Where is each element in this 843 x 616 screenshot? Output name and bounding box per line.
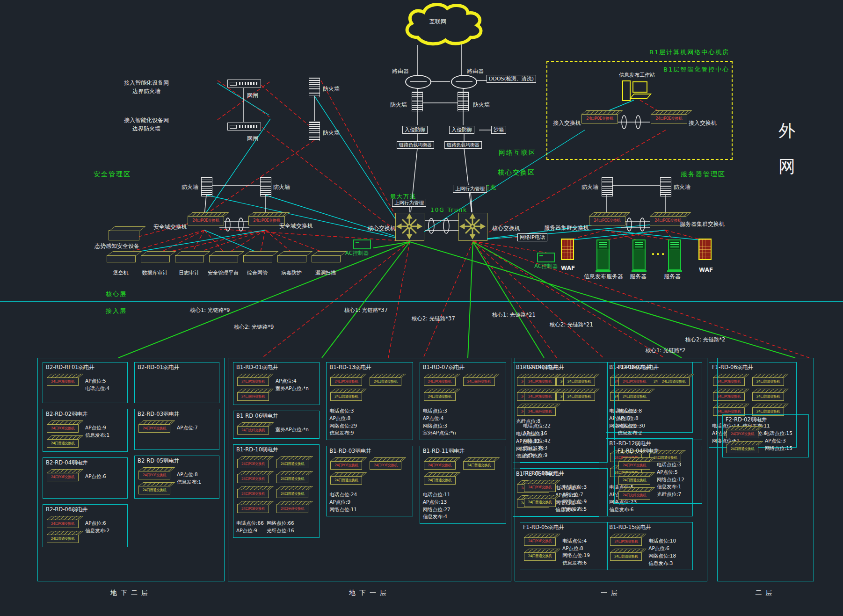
stat-line: 网络点位:11 xyxy=(329,506,357,514)
well-box: B1-RD-10弱电井24口POE交换机24口POE交换机24口POE交换机24… xyxy=(233,444,320,538)
switch-stack: 24口POE交换机 xyxy=(46,372,82,387)
stat-line: 网络点位:30 xyxy=(618,422,645,430)
poe-switch: 24口POE交换机 xyxy=(524,392,556,401)
poe-switch: 24口POE交换机 xyxy=(370,461,401,470)
switch-label: 24口POE交换机 xyxy=(51,379,74,384)
zone-label-core-switching: 核心交换区 xyxy=(498,168,535,177)
b1-control-center-title: B1层智能化管控中心 xyxy=(663,65,729,74)
firewall-icon xyxy=(201,177,212,196)
well-body: 24口光纤交换机室外AP点位:*n xyxy=(236,420,316,435)
switch-label: 24口POE交换机 xyxy=(528,539,552,544)
stat-line: 信息发布:9 xyxy=(329,429,357,437)
well-title: B2-RD-03弱电井 xyxy=(138,411,216,418)
switch-label: 24口POE交换机 xyxy=(192,218,219,224)
ac-controller-icon xyxy=(537,253,555,262)
stat-line: 电话点位:22 xyxy=(523,422,551,430)
ips-box: 入侵防御 xyxy=(402,126,428,134)
well-stats: AP点位:7 xyxy=(177,424,198,432)
poe-switch: 24口POE交换机 xyxy=(138,424,170,433)
poe-switch: 24口POE交换机 xyxy=(237,474,269,483)
well-stats: 电话点位:8AP点位:8网络点位:30信息发布:2 xyxy=(618,407,645,437)
switch-label: 24口普通交换机 xyxy=(623,478,647,483)
switch-stack: 24口光纤交换机 xyxy=(236,420,273,435)
switch-stack: 24口POE交换机24口光纤交换机 xyxy=(236,372,273,402)
switch-stack: 24口POE交换机24口POE交换机24口光纤交换机 xyxy=(523,372,560,417)
well-stats: 室外AP点位:*n xyxy=(276,426,309,434)
core-switch-label: 核心交换机 xyxy=(492,225,520,232)
switch-label: 24口普通交换机 xyxy=(51,441,75,446)
well-body: 24口POE交换机24口普通交换机AP点位:8信息发布:1 xyxy=(138,465,216,495)
well-title: B1-RD-03弱电井 xyxy=(329,448,409,455)
server-label: 信息发布服务器 xyxy=(584,273,623,281)
network-gap-label: 网闸 xyxy=(247,135,258,143)
normal-switch: 24口普通交换机 xyxy=(563,392,595,401)
switch-stack: 24口POE交换机24口普通交换机 xyxy=(46,514,82,544)
well-body: 24口POE交换机24口普通交换机24口普通交换机电话点位:8AP点位:8网络点… xyxy=(618,372,699,437)
switch-stack: 24口普通交换机 xyxy=(369,372,405,387)
well-title: B1-RD-11弱电井 xyxy=(423,448,503,455)
poe-switch: 24口POE交换机 xyxy=(237,489,269,498)
waf-label: WAF xyxy=(561,265,575,271)
well-body: 24口POE交换机24口光纤交换机AP点位:4室外AP点位:*n xyxy=(236,372,316,402)
switch-label: 24口普通交换机 xyxy=(428,478,451,483)
well-title: F1-RD-02弱电井 xyxy=(618,364,699,371)
switch-label: 24口POE交换机 xyxy=(586,116,613,122)
well-box: F2-RD-02弱电井24口POE交换机24口普通交换机电话点位:15AP点位:… xyxy=(722,414,809,457)
well-box: F1-RD-05弱电井24口POE交换机24口普通交换机电话点位:4AP点位:8… xyxy=(520,522,608,570)
well-body: 24口POE交换机24口普通交换机24口POE交换机电话点位:24AP点位:9网… xyxy=(329,456,409,513)
fiber-link-label: 核心2: 光链路*21 xyxy=(550,321,593,328)
switch-label: 24口普通交换机 xyxy=(467,463,491,468)
floor-label: 地下二层 xyxy=(37,589,225,597)
poe-switch: 24口POE交换机 xyxy=(330,461,362,470)
workstation-icon xyxy=(622,78,650,101)
switch-label: 24口光纤交换机 xyxy=(281,507,305,511)
security-domain-switch-label: 安全域交换机 xyxy=(279,222,313,230)
firewall-label: 防火墙 xyxy=(473,101,490,109)
behavior-mgmt-box: 上网行为管理 xyxy=(453,185,487,193)
stat-line: AP点位:8 xyxy=(177,471,201,478)
server-icon xyxy=(596,239,610,270)
fiber-link-label: 核心1: 光链路*9 xyxy=(190,307,230,314)
well-title: B2-RD-02弱电井 xyxy=(46,411,124,418)
server-icon xyxy=(668,239,681,270)
switch-label: 24口POE交换机 xyxy=(428,379,451,384)
switch-label: 24口普通交换机 xyxy=(281,477,305,481)
well-stats: 电话点位:66AP点位:9 xyxy=(236,520,264,535)
firewall-icon xyxy=(602,177,613,196)
well-body: 24口POE交换机24口普通交换机电话点位:15AP点位:3网络点位:15 xyxy=(726,424,806,454)
well-stats: 电话点位:11AP点位:13网络点位:27信息发布:4 xyxy=(423,491,451,521)
switch-label: 24口POE交换机 xyxy=(528,394,552,399)
poe-switch: 24口POE交换机 xyxy=(581,114,618,123)
stat-line: 网络点位:15 xyxy=(765,445,792,452)
stat-line: 电话点位:3 xyxy=(423,407,456,415)
firewall-label: 防火墙 xyxy=(323,129,340,137)
network-gap-label: 网闸 xyxy=(247,92,258,100)
normal-switch: 24口普通交换机 xyxy=(618,392,650,401)
well-box: B2-RD-RF01弱电井24口POE交换机AP点位:5电话点位:4 xyxy=(43,362,128,403)
poe-switch: 24口POE交换机 xyxy=(651,114,687,123)
normal-switch: 24口普通交换机 xyxy=(727,444,758,453)
well-box: B2-RD-06弱电井24口POE交换机24口普通交换机AP点位:6信息发布:2 xyxy=(43,504,128,547)
firewall-icon xyxy=(260,177,271,196)
stat-line: 电话点位:3 xyxy=(657,461,684,469)
stat-line: AP点位:8 xyxy=(329,415,357,422)
well-list: B2-RD-RF01弱电井24口POE交换机AP点位:5电话点位:4B2-RD-… xyxy=(38,358,224,581)
stat-line: 信息发布:2 xyxy=(618,429,645,437)
well-stats: AP点位:9信息发布:1 xyxy=(85,424,109,439)
stat-line: AP点位:8 xyxy=(562,545,590,552)
well-title: F1-RD-05弱电井 xyxy=(523,524,604,531)
switch-label: 24口POE交换机 xyxy=(374,463,397,468)
well-stats: 电话点位:15AP点位:3网络点位:15 xyxy=(765,430,792,452)
stat-line: AP点位:5 xyxy=(657,469,684,476)
switch-label: 24口POE交换机 xyxy=(241,477,265,481)
stat-line: 光纤点位:7 xyxy=(657,491,684,498)
switch-label: 24口POE交换机 xyxy=(51,522,74,526)
fiber-link-label: 核心2: 光链路*9 xyxy=(234,324,274,331)
well-title: B1-RD-10弱电井 xyxy=(236,446,316,453)
waf-icon xyxy=(561,239,574,260)
well-stats: 网络点位:66光纤点位:16 xyxy=(267,520,294,535)
core-switch-icon xyxy=(458,213,487,241)
switch-label: 24口普通交换机 xyxy=(334,478,358,483)
switch-stack: 24口普通交换机 xyxy=(462,456,499,471)
switch-label: 24口普通交换机 xyxy=(143,488,167,493)
